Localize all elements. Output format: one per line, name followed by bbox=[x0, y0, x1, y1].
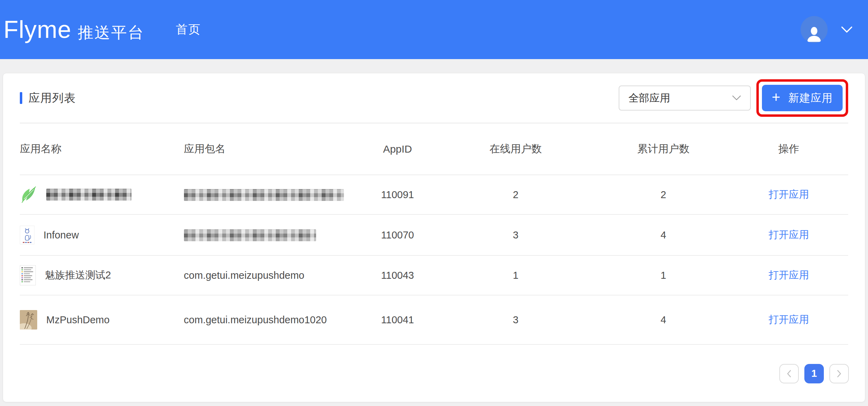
app-name-cell: Infonew bbox=[20, 226, 184, 244]
appid-cell: 110091 bbox=[361, 189, 434, 201]
package-cell bbox=[184, 229, 361, 241]
redacted-package-name bbox=[184, 229, 316, 241]
main-nav: 首页 bbox=[176, 22, 201, 38]
app-list-card: 应用列表 全部应用 + 新建应用 应用名称 应用包名 AppID 在线用户数 累… bbox=[3, 73, 865, 402]
user-avatar-icon bbox=[806, 26, 822, 43]
online-users-cell: 2 bbox=[434, 189, 597, 201]
table-row: Infonew 110070 3 4 打开应用 bbox=[3, 215, 865, 255]
table-header: 应用名称 应用包名 AppID 在线用户数 累计用户数 操作 bbox=[3, 123, 865, 174]
top-navbar: Flyme 推送平台 首页 bbox=[0, 0, 868, 59]
column-header-appid: AppID bbox=[361, 143, 434, 155]
user-avatar[interactable] bbox=[801, 16, 828, 43]
page-title: 应用列表 bbox=[20, 90, 76, 106]
column-header-online-users: 在线用户数 bbox=[434, 142, 597, 156]
app-filter-select[interactable]: 全部应用 bbox=[619, 86, 751, 111]
package-name: com.getui.meizupushdemo bbox=[184, 268, 305, 282]
column-header-app-name: 应用名称 bbox=[20, 142, 184, 156]
chevron-right-icon bbox=[836, 369, 842, 378]
package-cell: com.getui.meizupushdemo1020 bbox=[184, 313, 361, 327]
open-app-link[interactable]: 打开应用 bbox=[769, 229, 809, 240]
open-app-link[interactable]: 打开应用 bbox=[769, 269, 809, 281]
title-accent-bar bbox=[20, 92, 22, 104]
appid-cell: 110043 bbox=[361, 270, 434, 281]
photo-app-icon bbox=[20, 310, 37, 330]
plus-icon: + bbox=[772, 90, 781, 105]
total-users-cell: 4 bbox=[597, 314, 730, 326]
total-users-cell: 4 bbox=[597, 229, 730, 241]
online-users-cell: 1 bbox=[434, 270, 597, 281]
package-cell: com.getui.meizupushdemo bbox=[184, 268, 361, 282]
online-users-cell: 3 bbox=[434, 314, 597, 326]
card-toolbar: 应用列表 全部应用 + 新建应用 bbox=[3, 73, 865, 123]
table-row: MzPushDemo com.getui.meizupushdemo1020 1… bbox=[3, 295, 865, 344]
package-cell bbox=[184, 188, 361, 201]
logo-text-push-platform: 推送平台 bbox=[78, 22, 145, 43]
chevron-left-icon bbox=[786, 369, 792, 378]
app-name: Infonew bbox=[43, 229, 79, 241]
column-header-package: 应用包名 bbox=[184, 142, 361, 156]
topbar-right bbox=[801, 16, 853, 43]
page-1-button[interactable]: 1 bbox=[804, 364, 824, 383]
annotation-highlight-box: + 新建应用 bbox=[756, 79, 848, 117]
nav-item-home[interactable]: 首页 bbox=[176, 23, 201, 36]
list-screenshot-app-icon bbox=[20, 265, 36, 285]
page-title-text: 应用列表 bbox=[29, 90, 76, 106]
green-butterfly-app-icon bbox=[20, 185, 37, 204]
account-menu-toggle[interactable] bbox=[841, 26, 853, 33]
flyme-logo[interactable]: Flyme 推送平台 bbox=[3, 16, 145, 43]
prev-page-button[interactable] bbox=[779, 364, 799, 383]
appid-cell: 110070 bbox=[361, 229, 434, 241]
app-name-cell: MzPushDemo bbox=[20, 310, 184, 330]
column-header-actions: 操作 bbox=[729, 142, 848, 156]
open-app-link[interactable]: 打开应用 bbox=[769, 314, 809, 325]
redacted-package-name bbox=[184, 189, 344, 201]
app-filter-value: 全部应用 bbox=[628, 91, 732, 105]
infonew-app-icon bbox=[20, 226, 34, 244]
logo-text-flyme: Flyme bbox=[3, 16, 72, 43]
create-app-button[interactable]: + 新建应用 bbox=[762, 85, 843, 111]
online-users-cell: 3 bbox=[434, 229, 597, 241]
next-page-button[interactable] bbox=[829, 364, 849, 383]
chevron-down-icon bbox=[732, 95, 741, 101]
appid-cell: 110041 bbox=[361, 314, 434, 326]
total-users-cell: 1 bbox=[597, 270, 730, 281]
open-app-link[interactable]: 打开应用 bbox=[769, 189, 809, 200]
app-name: MzPushDemo bbox=[46, 314, 110, 326]
table-row: 魅族推送测试2 com.getui.meizupushdemo 110043 1… bbox=[3, 256, 865, 295]
pagination: 1 bbox=[3, 345, 865, 402]
column-header-total-users: 累计用户数 bbox=[597, 142, 730, 156]
app-name-cell: 魅族推送测试2 bbox=[20, 265, 184, 285]
app-name: 魅族推送测试2 bbox=[45, 268, 111, 282]
create-app-label: 新建应用 bbox=[788, 91, 833, 105]
package-name: com.getui.meizupushdemo1020 bbox=[184, 313, 327, 327]
app-name-cell bbox=[20, 185, 184, 204]
redacted-app-name bbox=[46, 189, 131, 201]
table-row: 110091 2 2 打开应用 bbox=[3, 175, 865, 214]
chevron-down-icon bbox=[841, 26, 853, 33]
toolbar-actions: 全部应用 + 新建应用 bbox=[619, 79, 848, 117]
total-users-cell: 2 bbox=[597, 189, 730, 201]
